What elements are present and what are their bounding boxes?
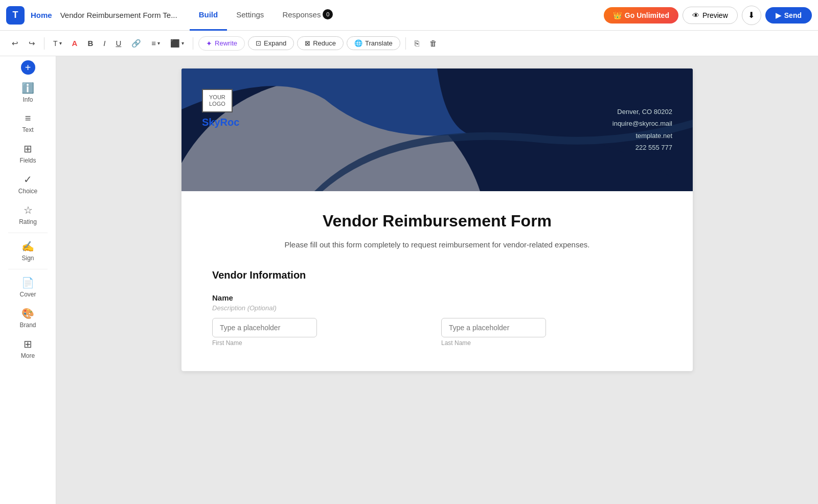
responses-badge: 0 (323, 9, 333, 19)
add-element-button[interactable]: + (21, 60, 35, 75)
send-button[interactable]: ▶ Send (765, 7, 812, 24)
delete-button[interactable]: 🗑 (426, 36, 441, 50)
rating-icon: ☆ (24, 204, 33, 216)
send-icon: ▶ (776, 11, 781, 19)
separator-3 (405, 37, 406, 50)
redo-icon: ↪ (29, 39, 35, 48)
name-field-group: Name Description (Optional) First Name L… (212, 293, 662, 347)
sidebar-divider-2 (8, 269, 47, 269)
app-logo[interactable]: T (6, 6, 25, 25)
logo-box: YOUR LOGO (202, 89, 233, 112)
sidebar: + ℹ️ Info ≡ Text ⊞ Fields ✓ Choice ☆ Rat… (0, 56, 56, 504)
form-title: Vendor Reimbursement Form (212, 212, 662, 231)
redo-button[interactable]: ↪ (25, 36, 39, 51)
bold-button[interactable]: B (84, 36, 97, 50)
first-name-group: First Name (212, 318, 433, 347)
crown-icon: 👑 (613, 11, 622, 19)
text-color-icon: A (72, 39, 78, 48)
form-content: Vendor Reimbursement Form Please fill ou… (181, 191, 693, 371)
tab-build[interactable]: Build (190, 0, 228, 31)
preview-button[interactable]: 👁 Preview (683, 7, 738, 24)
list-button[interactable]: ≡ ▾ (148, 36, 164, 50)
name-field-row: First Name Last Name (212, 318, 662, 347)
text-style-button[interactable]: T ▾ (50, 37, 65, 50)
doc-title[interactable]: Vendor Reimbursement Form Te... (60, 11, 177, 19)
sidebar-item-rating[interactable]: ☆ Rating (5, 200, 52, 230)
text-style-icon: T (53, 39, 58, 48)
download-button[interactable]: ⬇ (742, 6, 761, 25)
ai-star-icon: ✦ (206, 39, 212, 48)
cover-phone: 222 555 777 (612, 142, 672, 153)
link-icon: 🔗 (131, 39, 141, 48)
company-name: SkyRoc (202, 117, 239, 128)
go-unlimited-button[interactable]: 👑 Go Unlimited (604, 7, 678, 24)
last-name-input[interactable] (441, 318, 546, 337)
first-name-label: First Name (212, 339, 433, 347)
trash-icon: 🗑 (429, 39, 437, 48)
name-field-label: Name (212, 293, 662, 302)
last-name-label: Last Name (441, 339, 662, 347)
cover-email: inquire@skyroc.mail (612, 118, 672, 130)
home-link[interactable]: Home (31, 11, 52, 19)
tab-responses[interactable]: Responses 0 (273, 0, 342, 31)
expand-button[interactable]: ⊡ Expand (248, 36, 294, 50)
text-color-button[interactable]: A (69, 36, 81, 50)
name-field-desc: Description (Optional) (212, 304, 662, 312)
plus-icon: + (25, 62, 31, 74)
sidebar-item-info[interactable]: ℹ️ Info (5, 78, 52, 107)
link-button[interactable]: 🔗 (128, 36, 145, 51)
separator-2 (193, 37, 193, 50)
translate-button[interactable]: 🌐 Translate (347, 36, 400, 50)
rewrite-button[interactable]: ✦ Rewrite (198, 36, 245, 51)
sign-icon: ✍ (21, 240, 34, 253)
cover-logo-area: YOUR LOGO SkyRoc (202, 89, 239, 128)
cover-icon: 📄 (21, 277, 34, 289)
italic-button[interactable]: I (100, 36, 109, 50)
download-icon: ⬇ (748, 10, 755, 20)
sidebar-item-cover[interactable]: 📄 Cover (5, 272, 52, 302)
copy-button[interactable]: ⎘ (411, 36, 423, 50)
form-page: YOUR LOGO SkyRoc Denver, CO 80202 inquir… (181, 68, 693, 371)
choice-icon: ✓ (24, 173, 32, 186)
underline-icon: U (116, 39, 121, 48)
italic-icon: I (103, 39, 105, 48)
last-name-group: Last Name (441, 318, 662, 347)
cover-address: Denver, CO 80202 (612, 106, 672, 118)
fields-icon: ⊞ (24, 143, 32, 155)
align-button[interactable]: ⬛ ▾ (167, 36, 188, 51)
sidebar-item-choice[interactable]: ✓ Choice (5, 169, 52, 199)
reduce-icon: ⊠ (305, 39, 310, 47)
logo-letter: T (13, 10, 18, 20)
tab-settings[interactable]: Settings (227, 0, 273, 31)
editor-toolbar: ↩ ↪ T ▾ A B I U 🔗 ≡ ▾ ⬛ ▾ ✦ Rewrite ⊡ Ex… (0, 31, 818, 56)
undo-button[interactable]: ↩ (8, 36, 22, 51)
sidebar-item-fields[interactable]: ⊞ Fields (5, 139, 52, 168)
list-icon: ≡ (151, 39, 156, 48)
underline-button[interactable]: U (112, 36, 125, 50)
cover-header: YOUR LOGO SkyRoc Denver, CO 80202 inquir… (181, 68, 693, 191)
undo-icon: ↩ (12, 39, 18, 48)
copy-icon: ⎘ (415, 39, 419, 48)
sidebar-item-brand[interactable]: 🎨 Brand (5, 303, 52, 333)
chevron-down-icon: ▾ (181, 40, 184, 46)
reduce-button[interactable]: ⊠ Reduce (297, 36, 344, 50)
cover-domain: template.net (612, 130, 672, 142)
main-layout: + ℹ️ Info ≡ Text ⊞ Fields ✓ Choice ☆ Rat… (0, 56, 818, 504)
chevron-down-icon: ▾ (157, 40, 160, 46)
sidebar-item-sign[interactable]: ✍ Sign (5, 236, 52, 266)
bold-icon: B (87, 39, 93, 48)
cover-contact: Denver, CO 80202 inquire@skyroc.mail tem… (612, 106, 672, 154)
chevron-down-icon: ▾ (59, 40, 62, 46)
form-subtitle: Please fill out this form completely to … (212, 239, 662, 251)
sidebar-item-text[interactable]: ≡ Text (5, 108, 52, 138)
sidebar-item-more[interactable]: ⊞ More (5, 334, 52, 363)
top-nav: T Home Vendor Reimbursement Form Te... B… (0, 0, 818, 31)
section-vendor-info: Vendor Information (212, 269, 662, 281)
expand-icon: ⊡ (256, 39, 261, 47)
logo-line1: YOUR (209, 94, 225, 101)
first-name-input[interactable] (212, 318, 317, 337)
canvas-area[interactable]: YOUR LOGO SkyRoc Denver, CO 80202 inquir… (56, 56, 818, 504)
more-icon: ⊞ (24, 338, 32, 350)
text-icon: ≡ (25, 112, 31, 124)
brand-icon: 🎨 (21, 307, 34, 319)
